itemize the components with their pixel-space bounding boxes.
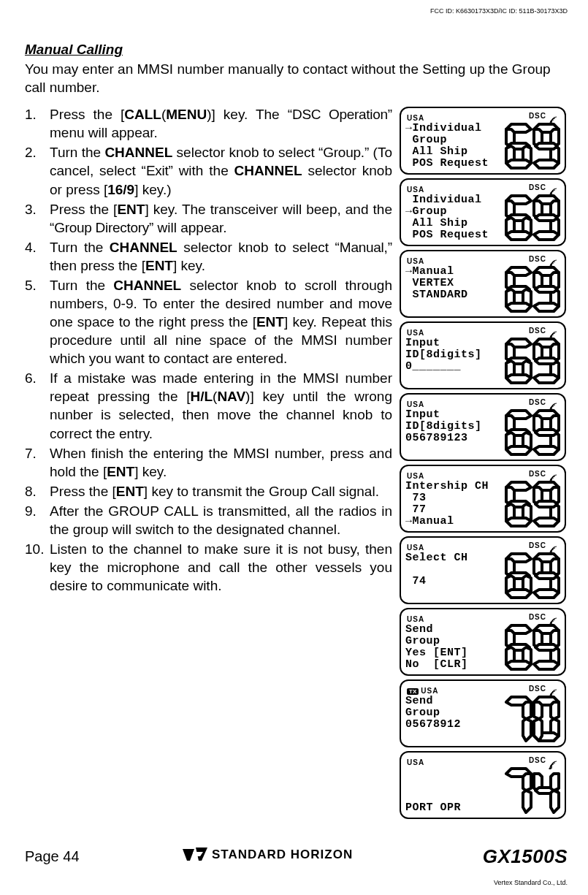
lcd-big-number	[505, 121, 560, 171]
steps-list: Press the [CALL(MENU)] key. The “DSC Ope…	[25, 105, 392, 595]
step-1: Press the [CALL(MENU)] key. The “DSC Ope…	[25, 105, 392, 142]
svg-marker-32	[506, 303, 531, 311]
signal-icon	[549, 326, 559, 335]
step-4: Turn the CHANNEL selector knob to select…	[25, 238, 392, 275]
lcd-screen: USA DSC Select CH 74	[400, 536, 566, 604]
lcd-text-lines: Select CH 74	[405, 551, 503, 601]
dsc-label: DSC	[529, 326, 546, 335]
step-5: Turn the CHANNEL selector knob to scroll…	[25, 276, 392, 367]
svg-marker-88	[534, 590, 559, 598]
lcd-text-lines: PORT OPR	[405, 766, 503, 815]
dsc-label: DSC	[529, 684, 546, 693]
lcd-text-lines: SendGroupYes [ENT]No [CLR]	[405, 622, 503, 672]
svg-marker-25	[535, 215, 557, 221]
svg-marker-12	[535, 143, 557, 149]
usa-label: USA	[407, 329, 424, 337]
lcd-screen: USA DSC SendGroupYes [ENT]No [CLR]	[400, 608, 566, 676]
lcd-big-number	[505, 336, 560, 386]
section-title: Manual Calling	[25, 40, 568, 58]
usa-label: USA	[407, 186, 424, 194]
svg-marker-84	[506, 590, 531, 598]
step-7: When finish the entering the MMSI number…	[25, 444, 392, 481]
svg-text:STANDARD HORIZON: STANDARD HORIZON	[212, 848, 353, 861]
svg-marker-45	[506, 375, 531, 383]
signal-icon	[549, 469, 559, 478]
svg-marker-36	[534, 303, 559, 311]
svg-marker-77	[535, 501, 557, 507]
dsc-label: DSC	[529, 254, 546, 264]
signal-icon	[549, 612, 559, 621]
page-footer: Page 44 STANDARD HORIZON GX1500S	[0, 844, 588, 869]
lcd-screen: USA DSC Intership CH 73 77→Manual	[400, 465, 566, 533]
dsc-label: DSC	[529, 755, 546, 765]
svg-marker-103	[535, 644, 557, 650]
svg-marker-90	[535, 573, 557, 579]
svg-marker-117	[523, 791, 531, 812]
usa-label: USA	[407, 257, 424, 265]
lcd-text-lines: Intership CH 73 77→Manual	[405, 479, 503, 529]
lcd-text-lines: Individual→Group All Ship POS Request	[405, 193, 503, 243]
lcd-text-lines: →Manual VERTEX STANDARD	[405, 264, 503, 314]
svg-marker-58	[506, 446, 531, 454]
svg-marker-97	[506, 661, 531, 669]
usa-label: USA	[421, 687, 438, 695]
step-9: After the GROUP CALL is transmitted, all…	[25, 502, 392, 538]
lcd-text-lines: SendGroup05678912	[405, 694, 503, 744]
lcd-screen: USA DSC →Manual VERTEX STANDARD	[400, 250, 566, 318]
dsc-label: DSC	[529, 469, 546, 479]
lcd-big-number	[505, 408, 560, 457]
lcd-screens-column: USA DSC →Individual Group All Ship POS R…	[400, 107, 568, 819]
signal-icon	[549, 541, 559, 549]
vendor-label: Vertex Standard Co., Ltd.	[494, 879, 568, 888]
svg-marker-10	[534, 160, 559, 168]
svg-marker-49	[534, 375, 559, 383]
intro-text: You may enter an MMSI number manually to…	[25, 60, 568, 96]
svg-marker-23	[534, 232, 559, 240]
svg-marker-106	[523, 702, 531, 719]
svg-marker-101	[534, 661, 559, 669]
usa-label: USA	[407, 758, 424, 766]
svg-marker-113	[534, 702, 542, 719]
lcd-screen: USA DSC PORT OPR	[400, 751, 566, 819]
dsc-label: DSC	[529, 541, 546, 550]
svg-marker-38	[535, 286, 557, 292]
lcd-screen: TXUSA DSC SendGroup05678912	[400, 679, 566, 747]
usa-label: USA	[407, 615, 424, 623]
svg-marker-112	[534, 719, 542, 741]
dsc-label: DSC	[529, 612, 546, 622]
page-number: Page 44	[25, 847, 80, 866]
svg-marker-51	[535, 358, 557, 364]
lcd-screen: USA DSC Individual→Group All Ship POS Re…	[400, 178, 566, 246]
standard-horizon-logo-icon: STANDARD HORIZON	[183, 846, 380, 862]
svg-marker-62	[534, 446, 559, 454]
brand-logo: STANDARD HORIZON	[183, 846, 380, 867]
usa-label: USA	[407, 472, 424, 480]
svg-marker-109	[551, 702, 559, 719]
lcd-big-number	[505, 551, 560, 601]
lcd-screen: USA DSC →Individual Group All Ship POS R…	[400, 107, 566, 175]
svg-marker-19	[506, 232, 531, 240]
model-number: GX1500S	[483, 844, 568, 869]
dsc-label: DSC	[529, 397, 546, 407]
svg-marker-71	[506, 518, 531, 526]
signal-icon	[549, 111, 559, 120]
lcd-big-number	[505, 193, 560, 243]
lcd-big-number	[505, 264, 560, 314]
svg-marker-121	[551, 791, 559, 812]
fcc-id: FCC ID: K6630173X3D/IC ID: 511B-30173X3D	[430, 7, 568, 16]
step-3: Press the [ENT] key. The transceiver wil…	[25, 200, 392, 237]
signal-icon	[549, 254, 559, 263]
lcd-text-lines: InputID[8digits]0_______	[405, 336, 503, 386]
svg-marker-64	[535, 430, 557, 435]
svg-marker-116	[523, 774, 531, 791]
svg-marker-120	[551, 774, 559, 791]
dsc-label: DSC	[529, 111, 546, 121]
step-6: If a mistake was made entering in the MM…	[25, 369, 392, 442]
signal-icon	[549, 684, 559, 693]
lcd-text-lines: →Individual Group All Ship POS Request	[405, 121, 503, 171]
svg-marker-75	[534, 518, 559, 526]
usa-label: USA	[407, 400, 424, 408]
lcd-screen: USA DSC InputID[8digits]0_______	[400, 321, 566, 389]
lcd-text-lines: InputID[8digits]056789123	[405, 408, 503, 457]
dsc-label: DSC	[529, 183, 546, 192]
